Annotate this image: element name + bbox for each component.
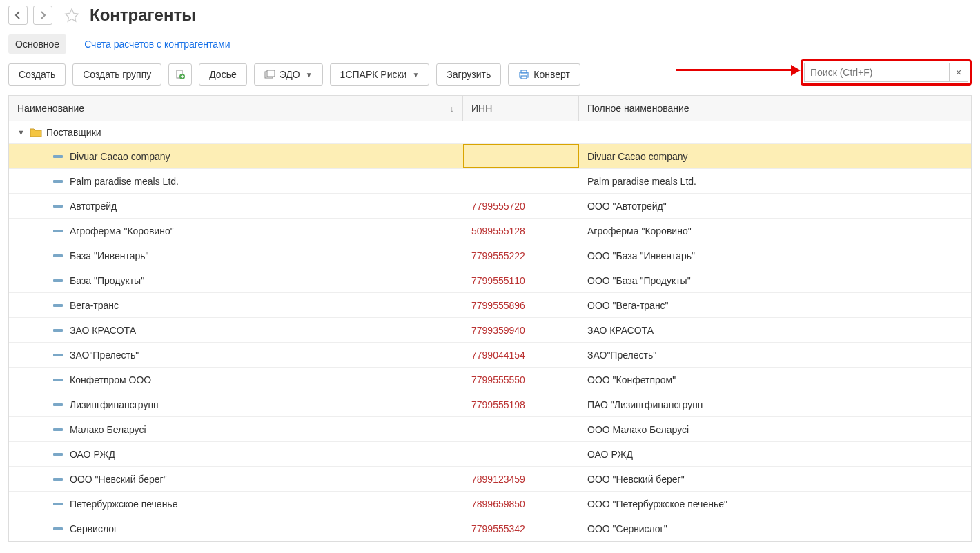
row-inn: 7899123459 <box>471 474 525 485</box>
folder-row[interactable]: ▼ Поставщики <box>9 121 971 144</box>
row-fullname: ООО "Конфетпром" <box>587 374 676 385</box>
edo-button[interactable]: ЭДО ▼ <box>254 63 323 86</box>
row-name: ЗАО КРАСОТА <box>70 325 136 336</box>
column-header-inn[interactable]: ИНН <box>463 96 579 121</box>
table-row[interactable]: Малако БеларусіООО Малако Беларусі <box>9 417 971 442</box>
row-fullname: ЗАО КРАСОТА <box>587 325 654 336</box>
create-button[interactable]: Создать <box>8 63 66 86</box>
nav-forward-button[interactable] <box>33 6 52 25</box>
cell-name: Divuar Cacao company <box>9 144 463 168</box>
spark-risks-button[interactable]: 1СПАРК Риски ▼ <box>330 63 430 86</box>
column-header-fullname[interactable]: Полное наименование <box>579 96 971 121</box>
cell-fullname: ООО "Вега-транс" <box>579 293 971 317</box>
folder-icon <box>30 128 42 137</box>
row-name: ОАО РЖД <box>70 449 115 460</box>
table-row[interactable]: ЗАО КРАСОТА7799359940ЗАО КРАСОТА <box>9 318 971 343</box>
row-name: Конфетпром ООО <box>70 374 151 385</box>
row-fullname: ЗАО"Прелесть" <box>587 350 656 361</box>
cell-name: Вега-транс <box>9 293 463 317</box>
table-row[interactable]: Конфетпром ООО7799555550ООО "Конфетпром" <box>9 368 971 392</box>
cell-inn <box>463 169 579 193</box>
cell-name: Агроферма "Коровино" <box>9 219 463 243</box>
search-clear-button[interactable]: × <box>949 63 968 82</box>
table-row[interactable]: Лизингфинансгрупп7799555198ПАО "Лизингфи… <box>9 392 971 417</box>
row-inn: 7799555222 <box>471 250 525 261</box>
cell-inn: 7799555342 <box>463 516 579 541</box>
cell-fullname: ООО Малако Беларусі <box>579 417 971 441</box>
table-row[interactable]: Агроферма "Коровино"5099555128Агроферма … <box>9 219 971 243</box>
table-row[interactable]: ЗАО"Прелесть"7799044154ЗАО"Прелесть" <box>9 343 971 368</box>
svg-rect-8 <box>53 180 63 183</box>
cell-fullname: ООО "Конфетпром" <box>579 368 971 392</box>
table-row[interactable]: ООО "Невский берег"7899123459ООО "Невски… <box>9 467 971 492</box>
cell-inn: 7799359940 <box>463 318 579 342</box>
cell-inn: 5099555128 <box>463 219 579 243</box>
cell-name: ЗАО КРАСОТА <box>9 318 463 342</box>
cell-fullname: Palm paradise meals Ltd. <box>579 169 971 193</box>
search-input[interactable] <box>804 63 949 82</box>
favorite-star-icon[interactable] <box>62 6 81 25</box>
envelope-button[interactable]: Конверт <box>508 63 580 86</box>
row-fullname: Агроферма "Коровино" <box>587 225 692 237</box>
row-fullname: ООО "Петербуржское печенье" <box>587 499 727 510</box>
cell-inn: 7799555198 <box>463 392 579 416</box>
table-row[interactable]: Сервислог7799555342ООО "Сервислог" <box>9 516 971 541</box>
nav-back-button[interactable] <box>8 6 28 25</box>
row-fullname: ООО "База "Продукты" <box>587 275 691 286</box>
cell-name: ЗАО"Прелесть" <box>9 343 463 367</box>
table-row[interactable]: Divuar Cacao companyDivuar Cacao company <box>9 144 971 169</box>
row-inn: 7799555110 <box>471 275 525 286</box>
chevron-down-icon: ▼ <box>412 71 419 79</box>
folder-collapse-icon[interactable]: ▼ <box>17 128 26 137</box>
cell-fullname: ЗАО КРАСОТА <box>579 318 971 342</box>
annotation-arrow-line <box>676 69 797 71</box>
item-icon <box>53 401 63 408</box>
item-icon <box>53 302 63 309</box>
row-inn: 7799555198 <box>471 399 525 410</box>
row-fullname: ООО "База "Инвентарь" <box>587 250 695 261</box>
tab-main[interactable]: Основное <box>8 34 66 54</box>
row-name: База "Инвентарь" <box>70 250 149 261</box>
svg-rect-6 <box>521 76 527 79</box>
item-icon <box>53 178 63 185</box>
svg-rect-18 <box>53 428 63 431</box>
cell-name: Петербуржское печенье <box>9 492 463 516</box>
edo-label: ЭДО <box>280 69 300 80</box>
page-title: Контрагенты <box>90 6 196 25</box>
table-row[interactable]: Palm paradise meals Ltd.Palm paradise me… <box>9 169 971 194</box>
cell-inn: 7799555896 <box>463 293 579 317</box>
chevron-down-icon: ▼ <box>306 71 313 79</box>
cell-fullname: ОАО РЖД <box>579 442 971 466</box>
create-copy-button[interactable] <box>168 63 192 86</box>
svg-rect-15 <box>53 354 63 356</box>
row-name: База "Продукты" <box>70 275 144 286</box>
tab-accounts[interactable]: Счета расчетов с контрагентами <box>77 34 237 54</box>
table-row[interactable]: Вега-транс7799555896ООО "Вега-транс" <box>9 293 971 318</box>
cell-fullname: ООО "База "Продукты" <box>579 268 971 292</box>
dossier-button[interactable]: Досье <box>199 63 247 86</box>
column-header-name[interactable]: Наименование ↓ <box>9 96 463 121</box>
cell-inn: 7899123459 <box>463 467 579 491</box>
svg-rect-16 <box>53 379 63 381</box>
create-group-button[interactable]: Создать группу <box>72 63 161 86</box>
load-button[interactable]: Загрузить <box>436 63 501 86</box>
table-row[interactable]: ОАО РЖДОАО РЖД <box>9 442 971 467</box>
svg-rect-5 <box>521 70 527 73</box>
row-inn: 7899659850 <box>471 499 525 510</box>
cell-inn <box>463 442 579 466</box>
table-row[interactable]: База "Инвентарь"7799555222ООО "База "Инв… <box>9 243 971 268</box>
cell-inn: 7799555550 <box>463 368 579 392</box>
item-icon <box>53 426 63 433</box>
arrow-right-icon <box>38 10 48 20</box>
item-icon <box>53 277 63 284</box>
svg-rect-17 <box>53 403 63 406</box>
svg-rect-7 <box>53 155 63 158</box>
table-row[interactable]: Автотрейд7799555720ООО "Автотрейд" <box>9 194 971 219</box>
row-name: Малако Беларусі <box>70 424 146 435</box>
item-icon <box>53 252 63 259</box>
svg-rect-20 <box>53 478 63 481</box>
row-inn: 7799359940 <box>471 325 525 336</box>
table-row[interactable]: База "Продукты"7799555110ООО "База "Прод… <box>9 268 971 293</box>
cell-fullname: Агроферма "Коровино" <box>579 219 971 243</box>
table-row[interactable]: Петербуржское печенье7899659850ООО "Пете… <box>9 492 971 516</box>
